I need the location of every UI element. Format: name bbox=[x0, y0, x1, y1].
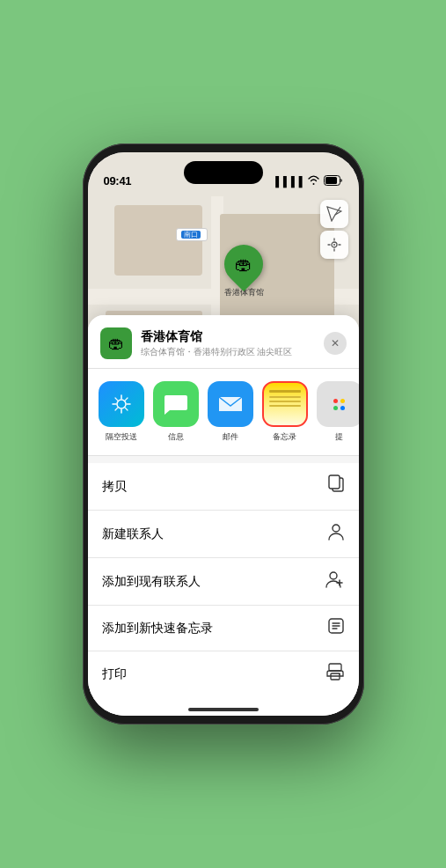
battery-icon bbox=[324, 175, 343, 188]
close-button[interactable]: ✕ bbox=[324, 332, 347, 355]
notes-label: 备忘录 bbox=[273, 431, 296, 443]
menu-item-copy[interactable]: 拷贝 bbox=[88, 463, 359, 511]
airdrop-icon bbox=[99, 381, 144, 427]
airdrop-label: 隔空投送 bbox=[106, 431, 137, 443]
person-icon bbox=[327, 522, 345, 546]
svg-point-4 bbox=[117, 400, 126, 408]
location-header: 🏟 香港体育馆 综合体育馆・香港特别行政区 油尖旺区 ✕ bbox=[88, 315, 359, 369]
svg-rect-10 bbox=[329, 664, 341, 671]
status-icons: ▐▐▐▐ bbox=[272, 174, 342, 188]
home-bar bbox=[188, 708, 259, 711]
share-row: 隔空投送 信息 bbox=[88, 369, 359, 456]
menu-item-quick-note[interactable]: 添加到新快速备忘录 bbox=[88, 606, 359, 651]
map-view-button[interactable] bbox=[320, 200, 348, 228]
messages-label: 信息 bbox=[168, 431, 184, 443]
phone-screen: 09:41 ▐▐▐▐ bbox=[88, 152, 359, 716]
mail-icon bbox=[208, 381, 253, 427]
menu-item-print[interactable]: 打印 bbox=[88, 651, 359, 696]
home-indicator bbox=[88, 696, 359, 716]
share-item-mail[interactable]: 邮件 bbox=[206, 381, 255, 443]
print-icon bbox=[325, 663, 345, 685]
menu-item-new-contact[interactable]: 新建联系人 bbox=[88, 511, 359, 558]
dynamic-island bbox=[184, 161, 263, 184]
phone-frame: 09:41 ▐▐▐▐ bbox=[83, 143, 364, 725]
share-item-messages[interactable]: 信息 bbox=[151, 381, 201, 443]
svg-rect-1 bbox=[325, 177, 337, 184]
more-label: 提 bbox=[335, 431, 343, 443]
location-description: 综合体育馆・香港特别行政区 油尖旺区 bbox=[141, 346, 324, 358]
new-contact-label: 新建联系人 bbox=[102, 526, 164, 542]
location-name: 香港体育馆 bbox=[141, 329, 324, 345]
signal-icon: ▐▐▐▐ bbox=[272, 176, 303, 187]
more-icon bbox=[317, 381, 359, 427]
copy-label: 拷贝 bbox=[102, 479, 127, 495]
quick-note-label: 添加到新快速备忘录 bbox=[102, 621, 213, 636]
location-venue-icon: 🏟 bbox=[100, 327, 132, 359]
messages-icon bbox=[153, 381, 199, 427]
add-person-icon bbox=[325, 570, 345, 593]
svg-point-12 bbox=[339, 673, 340, 675]
share-item-more[interactable]: 提 bbox=[315, 381, 359, 443]
svg-point-7 bbox=[333, 525, 340, 532]
print-label: 打印 bbox=[102, 666, 127, 682]
share-item-airdrop[interactable]: 隔空投送 bbox=[97, 381, 146, 443]
note-icon bbox=[327, 617, 345, 639]
svg-point-8 bbox=[330, 572, 337, 579]
map-label: 南口 bbox=[176, 228, 208, 241]
add-contact-label: 添加到现有联系人 bbox=[102, 574, 201, 590]
marker-pin: 🏟 bbox=[216, 237, 271, 291]
svg-rect-6 bbox=[329, 475, 340, 489]
wifi-icon bbox=[307, 174, 320, 188]
status-time: 09:41 bbox=[104, 174, 132, 188]
bottom-sheet: 🏟 香港体育馆 综合体育馆・香港特别行政区 油尖旺区 ✕ bbox=[88, 315, 359, 716]
stadium-icon: 🏟 bbox=[235, 254, 252, 275]
share-item-notes[interactable]: 备忘录 bbox=[260, 381, 310, 443]
location-button[interactable] bbox=[320, 231, 348, 259]
map-controls bbox=[320, 200, 348, 259]
location-info: 香港体育馆 综合体育馆・香港特别行政区 油尖旺区 bbox=[141, 329, 324, 358]
svg-point-3 bbox=[333, 244, 335, 246]
stadium-marker[interactable]: 🏟 香港体育馆 bbox=[224, 245, 264, 298]
mail-label: 邮件 bbox=[223, 431, 238, 443]
notes-icon bbox=[262, 381, 308, 427]
copy-icon bbox=[327, 474, 345, 498]
menu-item-add-contact[interactable]: 添加到现有联系人 bbox=[88, 558, 359, 606]
menu-list: 拷贝 新建联系人 bbox=[88, 463, 359, 696]
